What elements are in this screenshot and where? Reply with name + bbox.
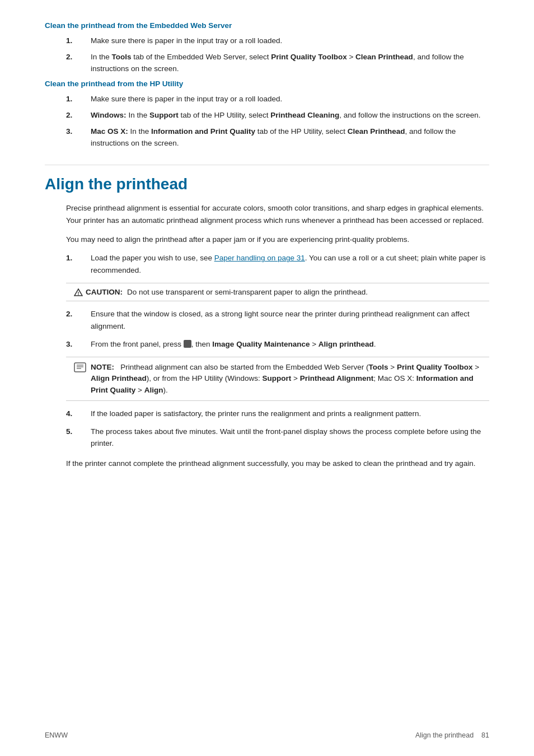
caution-text: Do not use transparent or semi-transpare… (127, 288, 368, 296)
front-panel-icon (184, 340, 191, 348)
align-step3: From the front panel, press , then Image… (66, 338, 489, 351)
align-main-heading: Align the printhead (45, 165, 489, 193)
note-label: NOTE: (91, 363, 114, 371)
note-box: NOTE: Printhead alignment can also be st… (66, 357, 489, 401)
align-step1: Load the paper you wish to use, see Pape… (66, 252, 489, 276)
section2-step1: Make sure there is paper in the input tr… (66, 94, 489, 105)
svg-rect-2 (74, 363, 86, 372)
section2-heading: Clean the printhead from the HP Utility (45, 80, 489, 88)
section1-step1: Make sure there is paper in the input tr… (66, 35, 489, 47)
align-closing: If the printer cannot complete the print… (66, 458, 489, 470)
note-icon (74, 362, 86, 372)
footer-right: Align the printhead 81 (415, 731, 489, 739)
caution-triangle-icon: ! (74, 288, 83, 296)
svg-text:!: ! (78, 291, 79, 296)
align-intro2: You may need to align the printhead afte… (66, 234, 489, 246)
align-intro1: Precise printhead alignment is essential… (66, 202, 489, 226)
section1-step2: In the Tools tab of the Embedded Web Ser… (66, 52, 489, 75)
footer-left: ENWW (45, 731, 68, 739)
caution-box: ! CAUTION: Do not use transparent or sem… (66, 283, 489, 301)
footer: ENWW Align the printhead 81 (0, 731, 534, 739)
align-step2: Ensure that the window is closed, as a s… (66, 308, 489, 332)
caution-label: ! CAUTION: (74, 288, 123, 296)
section1-heading: Clean the printhead from the Embedded We… (45, 21, 489, 30)
section2-step2: Windows: In the Support tab of the HP Ut… (66, 110, 489, 122)
align-step5: The process takes about five minutes. Wa… (66, 426, 489, 450)
align-step4: If the loaded paper is satisfactory, the… (66, 408, 489, 420)
section2-step3: Mac OS X: In the Information and Print Q… (66, 126, 489, 150)
paper-handling-link[interactable]: Paper handling on page 31 (214, 254, 305, 262)
